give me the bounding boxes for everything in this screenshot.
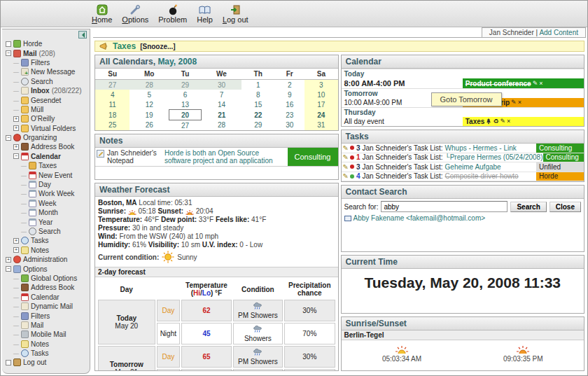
sidebar-item-mobile-mail[interactable]: —Mobile Mail: [2, 330, 90, 339]
month-link[interactable]: May,: [158, 57, 176, 67]
sidebar-item-mail[interactable]: —Mail: [2, 321, 90, 330]
task-link[interactable]: Whups - Hermes - Link: [445, 144, 517, 152]
sidebar-item-work-week[interactable]: —Work Week: [2, 189, 90, 198]
add-content-link[interactable]: Add Content: [539, 29, 578, 36]
event-badge-taxes[interactable]: Taxes♻✎×: [463, 117, 584, 126]
sidebar-item-month[interactable]: —Month: [2, 208, 90, 217]
calendar-day[interactable]: 13: [169, 99, 202, 110]
sidebar-item-filters[interactable]: —Filters: [2, 58, 90, 67]
calendar-day[interactable]: 24: [304, 110, 337, 120]
sidebar-item-o-reilly[interactable]: +O'Reilly: [2, 114, 90, 123]
calendar-day[interactable]: 15: [241, 99, 274, 110]
calendar-day[interactable]: 25: [95, 120, 130, 131]
task-link[interactable]: Geheime Aufgabe: [445, 163, 501, 171]
calendar-day[interactable]: 29: [169, 80, 202, 90]
sidebar-item-calendar[interactable]: −Calendar: [2, 152, 90, 161]
agenda-day-today[interactable]: Today: [342, 69, 584, 78]
sidebar-item-tasks[interactable]: +Tasks: [2, 236, 90, 245]
edit-event-icon[interactable]: ✎: [533, 81, 538, 87]
delete-event-icon[interactable]: ×: [518, 99, 522, 106]
edit-task-icon[interactable]: ✎: [343, 144, 349, 152]
delete-event-icon[interactable]: ×: [539, 81, 542, 87]
calendar-day[interactable]: 11: [95, 99, 130, 110]
sidebar-item-search[interactable]: —Search: [2, 77, 90, 86]
task-link[interactable]: └Prepare Hermes (05/24/2008): [445, 153, 543, 161]
options-button[interactable]: Options: [122, 4, 148, 24]
sidebar-item-new-event[interactable]: —New Event: [2, 170, 90, 179]
contact-search-input[interactable]: [381, 201, 507, 212]
calendar-day[interactable]: 18: [95, 110, 130, 120]
logout-button[interactable]: Log out: [223, 4, 248, 24]
calendar-day[interactable]: 26: [130, 120, 169, 131]
calendar-day[interactable]: 8: [241, 90, 274, 99]
sidebar-collapse-button[interactable]: [78, 31, 87, 39]
edit-event-icon[interactable]: ✎: [511, 99, 517, 106]
calendar-day[interactable]: 21: [202, 110, 241, 120]
calendar-day[interactable]: 10: [304, 90, 337, 99]
calendar-day[interactable]: 23: [274, 110, 304, 120]
alarm-snooze-link[interactable]: [Snooze...]: [140, 43, 176, 50]
calendar-day[interactable]: 3: [304, 80, 337, 90]
sidebar-item-week[interactable]: —Week: [2, 199, 90, 208]
sidebar-item-address-book[interactable]: +Address Book: [2, 142, 90, 151]
calendar-day[interactable]: 12: [130, 99, 169, 110]
edit-task-icon[interactable]: ✎: [343, 163, 349, 171]
contact-result-link[interactable]: Abby Fakename <fakemail@hotmail.com>: [354, 214, 486, 222]
calendar-day[interactable]: 27: [169, 120, 202, 131]
calendar-day[interactable]: 9: [274, 90, 304, 99]
year-link[interactable]: 2008: [178, 57, 197, 67]
calendar-day[interactable]: 19: [130, 110, 169, 120]
sidebar-item-gesendet[interactable]: —Gesendet: [2, 95, 90, 104]
calendar-day[interactable]: 28: [130, 80, 169, 90]
agenda-day-thursday[interactable]: Thursday: [342, 107, 584, 117]
calendar-day[interactable]: 16: [274, 99, 304, 110]
calendar-day[interactable]: 2: [274, 80, 304, 90]
calendar-day-today[interactable]: 20: [169, 110, 202, 120]
contact-close-button[interactable]: Close: [550, 202, 581, 212]
help-button[interactable]: Help: [197, 4, 213, 24]
calendar-day[interactable]: 27: [95, 80, 130, 90]
edit-task-icon[interactable]: ✎: [343, 172, 349, 180]
calendar-day[interactable]: 4: [95, 90, 130, 99]
calendar-day[interactable]: 31: [304, 120, 337, 131]
sidebar-item-dynamic-mail[interactable]: —Dynamic Mail: [2, 302, 90, 311]
sidebar-item-filters[interactable]: —Filters: [2, 311, 90, 320]
calendar-day[interactable]: 22: [241, 110, 274, 120]
sidebar-item-taxes[interactable]: —Taxes: [2, 161, 90, 170]
calendar-day[interactable]: 1: [241, 80, 274, 90]
sidebar-item-m-ll[interactable]: —Müll: [2, 105, 90, 114]
sidebar-item-administration[interactable]: +Administration: [2, 255, 90, 264]
calendar-day[interactable]: 6: [169, 90, 202, 99]
home-button[interactable]: Home: [92, 4, 112, 24]
sidebar-item-search[interactable]: —Search: [2, 227, 90, 236]
task-link[interactable]: Composite driver howto: [445, 172, 519, 180]
calendar-day[interactable]: 14: [202, 99, 241, 110]
sidebar-item-virtual-folders[interactable]: +Virtual Folders: [2, 124, 90, 133]
sidebar-item-log-out[interactable]: Log out: [2, 358, 90, 367]
delete-event-icon[interactable]: ×: [507, 118, 510, 125]
note-link[interactable]: Horde is both an Open Source software pr…: [164, 149, 273, 165]
sidebar-item-new-message[interactable]: —New Message: [2, 67, 90, 76]
edit-event-icon[interactable]: ✎: [500, 118, 505, 125]
sidebar-item-tasks[interactable]: —Tasks: [2, 349, 90, 358]
sidebar-item-mail[interactable]: −Mail(208): [2, 48, 90, 57]
sidebar-item-day[interactable]: —Day: [2, 180, 90, 189]
sidebar-item-options[interactable]: −Options: [2, 264, 90, 273]
calendar-day[interactable]: 17: [304, 99, 337, 110]
contact-search-button[interactable]: Search: [510, 202, 546, 212]
calendar-day[interactable]: 28: [202, 120, 241, 131]
calendar-day[interactable]: 5: [130, 90, 169, 99]
sidebar-item-address-book[interactable]: —Address Book: [2, 283, 90, 292]
calendar-day[interactable]: 30: [202, 80, 241, 90]
sidebar-item-horde[interactable]: Horde: [2, 39, 90, 48]
sidebar-item-inbox[interactable]: —Inbox(208/222): [2, 86, 90, 95]
sidebar-item-year[interactable]: —Year: [2, 217, 90, 226]
sidebar-item-notes[interactable]: —Notes: [2, 340, 90, 349]
edit-task-icon[interactable]: ✎: [343, 153, 349, 161]
sidebar-item-global-options[interactable]: —Global Options: [2, 274, 90, 283]
calendar-day[interactable]: 29: [241, 120, 274, 131]
calendar-day[interactable]: 7: [202, 90, 241, 99]
sidebar-item-notes[interactable]: +Notes: [2, 246, 90, 255]
calendar-day[interactable]: 30: [274, 120, 304, 131]
problem-button[interactable]: Problem: [158, 4, 187, 24]
